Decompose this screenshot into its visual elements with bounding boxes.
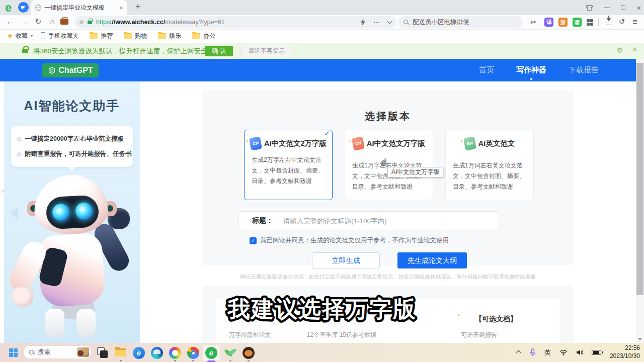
chatgpt-logo[interactable]: ChatGPT [42, 63, 99, 77]
taskbar-search[interactable]: 搜索 [23, 345, 92, 359]
sidebar-bullet-text: 一键搞定20000字左右毕业范文模板 [25, 135, 124, 143]
doc-cn-icon: ✦CN [249, 136, 262, 150]
notice-gear-icon[interactable]: ⚙ [616, 46, 623, 54]
bookmark-item[interactable]: 办公 [203, 32, 215, 40]
screenshot-scissors-icon[interactable]: ✂ [528, 17, 538, 27]
scrollbar-down-arrow[interactable] [638, 338, 642, 340]
bookmark-item[interactable]: 手机收藏夹 [48, 32, 78, 40]
speaker-icon[interactable] [576, 349, 583, 355]
chevron-down-icon[interactable] [387, 19, 392, 24]
bullet-dot-icon [17, 137, 21, 141]
apps-grid-icon[interactable] [587, 19, 593, 26]
browser-360-safe-button-active[interactable]: e [205, 347, 217, 359]
menu-icon[interactable]: ≡ [630, 17, 640, 27]
bookmark-item[interactable]: 推荐 [101, 32, 113, 40]
features-panel: 万字AI原创论文 12个查重库 15亿参考数据 ✦ 【可选文档】 可选开题报告 … [202, 286, 574, 343]
notice-close-icon[interactable]: × [632, 45, 637, 54]
url-text[interactable]: https://www.aicheck.cc/modelessay?type=6… [96, 19, 225, 26]
bookmarks-bar: ★ 收藏 ▾ 手机收藏夹 推荐 购物 娱乐 办公 [0, 30, 644, 42]
home-icon[interactable]: ⌂ [47, 17, 57, 26]
window-maximize-button[interactable] [621, 6, 625, 10]
site-dot-icon [79, 20, 84, 24]
url-host: ://www.aicheck.cc/ [110, 19, 165, 26]
toolbar-divider [598, 18, 599, 26]
site-nav: 首页 写作神器 下载报告 [479, 59, 599, 81]
openai-logo-icon [48, 66, 56, 74]
favorites-label[interactable]: 收藏 [16, 32, 28, 40]
version-card-en[interactable]: ✦EN AI英文范文 生成1万词左右英文论文范文，文中包含封面、摘要、目录、参考… [445, 130, 534, 200]
search-highlight-thumbnail[interactable] [77, 347, 89, 357]
folder-icon [158, 33, 166, 39]
time: 22:56 [625, 344, 640, 351]
file-explorer-button[interactable] [115, 347, 127, 359]
edge-button[interactable] [151, 347, 163, 359]
bookmark-item[interactable]: 购物 [135, 32, 147, 40]
sidebar-feature-card: 一键搞定20000字左右毕业范文模板 附赠查重报告，可选开题报告、任务书 [11, 126, 133, 167]
tab-title: 一键搞定毕业论文模板 [44, 4, 116, 12]
wifi-icon[interactable] [559, 349, 568, 355]
cat-app-button[interactable] [243, 347, 255, 359]
tab-close-icon[interactable]: × [119, 4, 123, 12]
bookmark-item[interactable]: 娱乐 [169, 32, 181, 40]
undo-icon[interactable]: ↺ [617, 17, 627, 26]
default-browser-notice: 将360安全浏览器设为默认，提升打开速度，保护上网安全 确 认 最近不再提示 ⚙… [0, 43, 644, 59]
nav-writing-tool[interactable]: 写作神器 [516, 65, 546, 75]
new-tab-button[interactable]: + [132, 2, 144, 12]
game-extension-icon[interactable]: 游 [558, 18, 568, 27]
quick-access-bolt-icon[interactable] [361, 19, 365, 26]
browser-360-circle-button[interactable] [169, 347, 181, 359]
hidden-icons-chevron[interactable] [516, 350, 521, 356]
browser-skin-icon[interactable] [586, 5, 593, 11]
back-icon[interactable]: ← [5, 17, 15, 26]
microphone-icon[interactable] [530, 348, 536, 356]
browser-tab[interactable]: 一键搞定毕业论文模板 × [31, 0, 127, 15]
more-icon[interactable]: ⋯ [373, 19, 380, 26]
window-close-button[interactable]: × [636, 4, 641, 12]
search-query[interactable]: 配送员小区电梯排便 [413, 18, 469, 27]
card-divider [351, 155, 427, 155]
reader-extension-icon[interactable]: 读 [573, 18, 582, 27]
version-card-cn-20k[interactable]: ✓ ✦CN AI中文范文2万字版 生成2万字左右中文论文范文，文中包含封面、摘要… [244, 130, 333, 200]
forward-icon[interactable]: → [19, 17, 29, 26]
sparkle-icon: ✦ [246, 135, 250, 148]
browser-toolbar: ← → ↻ ⌂ https://www.aicheck.cc/modelessa… [0, 15, 644, 30]
nav-download-report[interactable]: 下载报告 [569, 65, 599, 75]
browser-search-box[interactable]: 配送员小区电梯排便 [398, 16, 522, 28]
notice-dismiss-button[interactable]: 最近不再提示 [241, 46, 292, 56]
scrollbar-thumb[interactable] [636, 63, 643, 295]
chrome-button[interactable] [187, 347, 199, 359]
agreement-checkbox[interactable]: ✓ [250, 237, 257, 244]
collapse-arrow-icon[interactable] [0, 190, 4, 193]
bullet-dot-icon [17, 152, 21, 156]
translate-extension-icon[interactable]: 译 [544, 18, 553, 27]
mouse-cursor-hand: ☝ [381, 157, 386, 167]
workspace-icon[interactable] [60, 19, 68, 25]
feature-mid-label: 12个查重库 15亿参考数据 [307, 331, 376, 339]
notice-confirm-button[interactable]: 确 认 [205, 46, 233, 56]
page-scrollbar[interactable] [636, 59, 644, 343]
sprout-app-button[interactable] [224, 347, 236, 359]
favorites-star-icon[interactable]: ★ [7, 32, 13, 40]
page-content: AI智能论文助手 一键搞定20000字左右毕业范文模板 附赠查重报告，可选开题报… [0, 81, 636, 343]
window-minimize-button[interactable] [604, 8, 610, 8]
essay-title-input[interactable] [283, 217, 485, 225]
browser-send-icon[interactable] [18, 2, 29, 13]
taskbar-clock[interactable]: 22:56 2023/10/30 [610, 344, 640, 360]
https-lock-icon[interactable] [88, 21, 92, 24]
agreement-row: ✓ 我已阅读并同意：生成的论文范文仅用于参考，不作为毕业论文使用 [250, 236, 449, 245]
task-view-button[interactable] [97, 347, 109, 359]
nav-home[interactable]: 首页 [479, 65, 494, 75]
start-button[interactable] [9, 348, 18, 357]
download-icon[interactable] [605, 18, 612, 25]
favorites-caret-icon[interactable]: ▾ [31, 33, 33, 38]
optional-doc-title: 【可选文档】 [475, 315, 517, 324]
address-bar[interactable]: https://www.aicheck.cc/modelessay?type=6… [74, 16, 396, 28]
version-card-cn-10k[interactable]: ✦CN AI中文范文万字版 生成1万字左右中文论文范文，文中包含封面、摘要、目录… [345, 130, 433, 200]
ime-indicator[interactable]: 英 [544, 348, 551, 357]
browser-360-speed-button[interactable]: e [133, 347, 145, 359]
browser-360-logo-icon[interactable]: e [5, 1, 12, 15]
generate-outline-first-button[interactable]: 先生成论文大纲 [397, 252, 467, 268]
battery-icon[interactable] [592, 350, 601, 355]
reload-icon[interactable]: ↻ [33, 17, 43, 26]
generate-now-button[interactable]: 立即生成 [312, 252, 380, 268]
